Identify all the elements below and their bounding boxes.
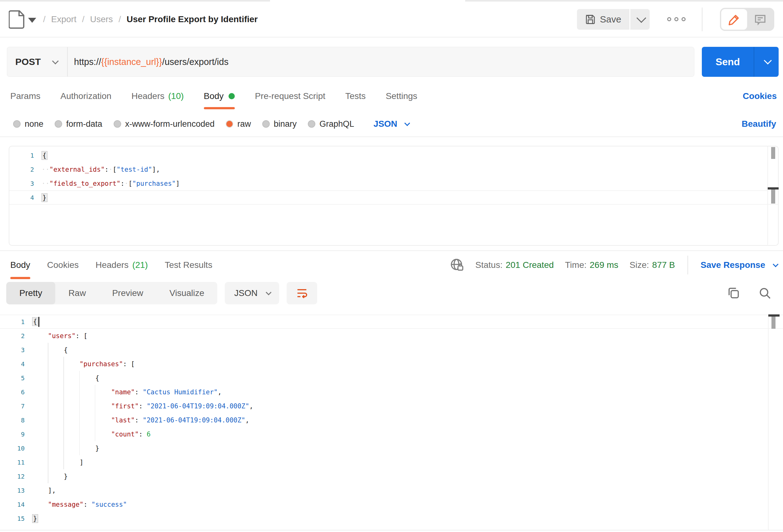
- code-line[interactable]: 14 "message": "success": [0, 497, 783, 511]
- request-tab-authorization[interactable]: Authorization: [60, 83, 111, 109]
- line-number: 12: [0, 473, 25, 480]
- code-text: ··"fields_to_export":·["purchases"]: [34, 180, 180, 187]
- send-options-button[interactable]: [754, 47, 779, 77]
- code-token: }: [64, 473, 68, 480]
- search-response-icon[interactable]: [758, 286, 772, 300]
- request-tab-body[interactable]: Body: [204, 83, 235, 109]
- method-select[interactable]: POST: [7, 57, 60, 67]
- edit-mode-button[interactable]: [721, 9, 747, 30]
- code-text: ··"external_ids":·["test-id"],: [34, 166, 160, 173]
- line-number: 13: [0, 487, 25, 494]
- code-token: :: [138, 431, 147, 438]
- code-text: {: [34, 152, 48, 159]
- code-line[interactable]: 10 }: [0, 441, 783, 455]
- save-options-button[interactable]: [630, 9, 650, 30]
- code-line[interactable]: 1{: [0, 315, 783, 329]
- request-body-editor[interactable]: 1{2··"external_ids":·["test-id"],3··"fie…: [9, 146, 779, 246]
- response-editor-scroll-thumb[interactable]: [772, 317, 776, 329]
- code-line[interactable]: 9 "count": 6: [0, 427, 783, 441]
- code-line[interactable]: 5 {: [0, 371, 783, 385]
- url-container: POST https://{{instance_url}}/users/expo…: [7, 47, 694, 77]
- code-line[interactable]: 8 "last": "2021-06-04T19:09:04.000Z",: [0, 413, 783, 427]
- cookies-link[interactable]: Cookies: [743, 91, 777, 101]
- comments-button[interactable]: [747, 9, 773, 30]
- save-icon: [585, 14, 596, 25]
- code-token: ]: [176, 180, 180, 187]
- code-line[interactable]: 2··"external_ids":·["test-id"],: [9, 162, 778, 177]
- body-type-x-www-form-urlencoded[interactable]: x-www-form-urlencoded: [114, 119, 215, 129]
- response-language-select[interactable]: JSON: [225, 282, 279, 304]
- code-line[interactable]: 3··"fields_to_export":·["purchases"]: [9, 177, 778, 190]
- response-body-editor[interactable]: 1{2 "users": [3 {4 "purchases": [5 {6 "n…: [0, 315, 783, 526]
- breadcrumb: / Export / Users / User Profile Export b…: [43, 14, 258, 24]
- code-line[interactable]: 6 "name": "Cactus Humidifier",: [0, 385, 783, 399]
- code-line[interactable]: 2 "users": [: [0, 329, 783, 343]
- line-number: 4: [9, 194, 34, 201]
- view-pretty[interactable]: Pretty: [6, 282, 55, 304]
- view-preview[interactable]: Preview: [99, 282, 156, 304]
- code-token: [32, 431, 111, 438]
- breadcrumb-item-users[interactable]: Users: [90, 14, 113, 24]
- radio-icon: [226, 120, 233, 128]
- code-line[interactable]: 4}: [9, 190, 778, 205]
- request-editor-line-marker: [771, 189, 775, 204]
- body-language-select[interactable]: JSON: [373, 119, 408, 129]
- code-token: "success": [92, 501, 127, 508]
- request-tab-pre-request-script[interactable]: Pre-request Script: [255, 83, 325, 109]
- network-icon[interactable]: [450, 258, 464, 272]
- document-caret-icon[interactable]: [28, 18, 36, 23]
- indent-guide: [48, 469, 49, 483]
- request-tab-params[interactable]: Params: [10, 83, 40, 109]
- time-label: Time:: [565, 260, 587, 270]
- indent-guide: [48, 385, 49, 399]
- body-type-binary[interactable]: binary: [262, 119, 297, 129]
- code-line[interactable]: 11 ]: [0, 455, 783, 469]
- code-text: }: [25, 445, 99, 452]
- request-tab-settings[interactable]: Settings: [385, 83, 417, 109]
- response-tab-headers[interactable]: Headers(21): [96, 251, 148, 279]
- request-editor-scroll-thumb[interactable]: [771, 147, 775, 159]
- response-tab-body[interactable]: Body: [10, 251, 30, 279]
- body-type-none[interactable]: none: [13, 119, 43, 129]
- document-icon[interactable]: [9, 10, 25, 29]
- beautify-link[interactable]: Beautify: [742, 119, 776, 129]
- code-text: ]: [25, 459, 83, 466]
- copy-response-icon[interactable]: [727, 286, 741, 300]
- status-value[interactable]: 201 Created: [506, 260, 554, 270]
- code-token: ],: [48, 487, 56, 494]
- view-raw[interactable]: Raw: [55, 282, 99, 304]
- more-options-button[interactable]: [667, 17, 686, 21]
- breadcrumb-item-export[interactable]: Export: [51, 14, 76, 24]
- view-visualize[interactable]: Visualize: [156, 282, 218, 304]
- save-response-button[interactable]: Save Response: [700, 260, 777, 270]
- code-token: 6: [147, 431, 151, 438]
- time-value[interactable]: 269 ms: [590, 260, 619, 270]
- radio-icon: [55, 120, 62, 128]
- request-tab-tests[interactable]: Tests: [345, 83, 366, 109]
- code-line[interactable]: 3 {: [0, 343, 783, 357]
- line-number: 3: [0, 346, 25, 354]
- code-line[interactable]: 4 "purchases": [: [0, 357, 783, 371]
- url-input[interactable]: https://{{instance_url}}/users/export/id…: [68, 57, 228, 67]
- code-line[interactable]: 7 "first": "2021-06-04T19:09:04.000Z",: [0, 399, 783, 413]
- body-type-raw[interactable]: raw: [226, 119, 251, 129]
- body-type-form-data[interactable]: form-data: [55, 119, 102, 129]
- indent-guide: [79, 427, 80, 441]
- body-type-label: none: [25, 119, 43, 129]
- body-type-graphql[interactable]: GraphQL: [308, 119, 354, 129]
- code-text: {: [25, 374, 99, 382]
- code-line[interactable]: 15}: [0, 511, 783, 526]
- code-line[interactable]: 1{: [9, 148, 778, 162]
- line-number: 2: [9, 166, 34, 173]
- wrap-lines-button[interactable]: [287, 282, 317, 304]
- code-line[interactable]: 13 ],: [0, 483, 783, 497]
- response-tab-cookies[interactable]: Cookies: [47, 251, 79, 279]
- size-value[interactable]: 877 B: [652, 260, 675, 270]
- request-editor-scroll-track: [768, 147, 768, 245]
- send-button[interactable]: Send: [702, 47, 754, 77]
- response-tab-test-results[interactable]: Test Results: [165, 251, 213, 279]
- code-text: "name": "Cactus Humidifier",: [25, 388, 222, 396]
- request-tab-headers[interactable]: Headers(10): [131, 83, 184, 109]
- save-button[interactable]: Save: [577, 9, 629, 30]
- code-line[interactable]: 12 }: [0, 469, 783, 483]
